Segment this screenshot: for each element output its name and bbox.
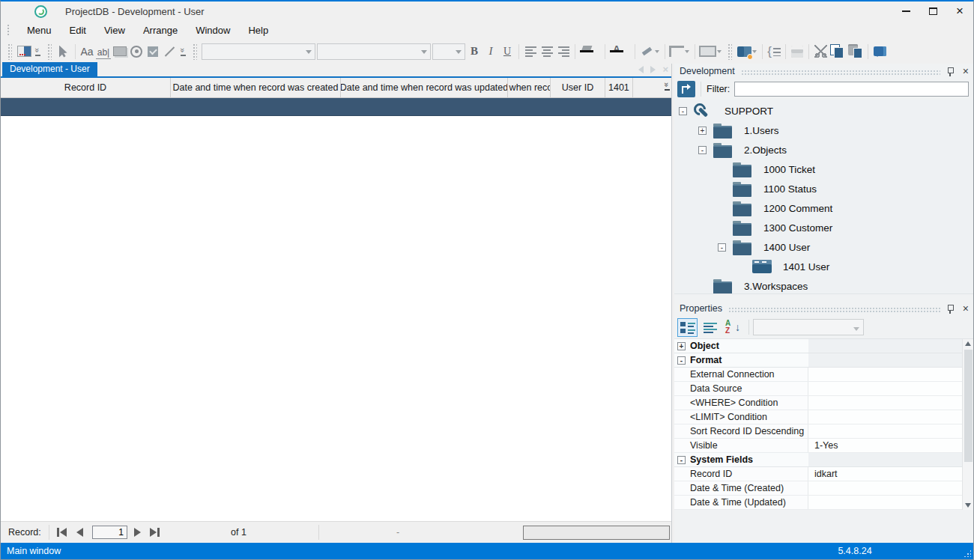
- categorized-view-button[interactable]: [677, 318, 698, 337]
- save-icon[interactable]: [790, 43, 805, 61]
- form-properties-icon[interactable]: [736, 43, 751, 61]
- pointer-tool-icon[interactable]: [56, 43, 71, 61]
- tree-item[interactable]: - 1400 User: [674, 237, 973, 257]
- toolbar-overflow-icon[interactable]: [33, 43, 43, 61]
- property-row[interactable]: Visible 1-Yes: [674, 439, 962, 453]
- toolbar-grip-handle[interactable]: [7, 43, 12, 60]
- property-row[interactable]: Date & Time (Created): [674, 481, 962, 496]
- menu-item[interactable]: Window: [187, 22, 239, 38]
- paste-icon[interactable]: [847, 43, 864, 61]
- align-right-icon[interactable]: [556, 43, 571, 61]
- tree-item[interactable]: 1100 Status: [674, 179, 973, 198]
- tree-expander[interactable]: +: [698, 127, 707, 135]
- fill-color-icon[interactable]: [579, 43, 594, 61]
- list-view-button[interactable]: [700, 318, 720, 337]
- grid-column-header[interactable]: Date and time when record was closed: [508, 78, 551, 97]
- outline-view-icon[interactable]: [766, 43, 781, 61]
- minimize-button[interactable]: [892, 1, 919, 21]
- align-left-icon[interactable]: [523, 43, 538, 61]
- tree-item[interactable]: 1000 Ticket: [674, 159, 973, 179]
- scroll-down-icon[interactable]: [965, 503, 971, 508]
- grid-overflow-icon[interactable]: [665, 81, 670, 91]
- tree-expander[interactable]: -: [679, 107, 687, 115]
- style-combo[interactable]: [202, 43, 315, 60]
- tab-close-icon[interactable]: ×: [662, 66, 668, 73]
- first-record-button[interactable]: [57, 528, 67, 537]
- font-size-combo[interactable]: [432, 43, 465, 60]
- menu-item[interactable]: Edit: [61, 22, 95, 38]
- font-color-icon[interactable]: A: [609, 43, 624, 61]
- next-record-button[interactable]: [134, 528, 141, 537]
- filter-input[interactable]: [734, 82, 969, 97]
- highlight-color-icon[interactable]: [639, 43, 654, 61]
- align-center-icon[interactable]: [539, 43, 554, 61]
- property-row[interactable]: <WHERE> Condition: [674, 396, 962, 410]
- italic-button[interactable]: I: [483, 43, 498, 61]
- toolbar-grip-handle[interactable]: [193, 43, 197, 60]
- sort-az-button[interactable]: ↓: [722, 318, 742, 337]
- property-value[interactable]: idkart: [808, 469, 962, 479]
- comment-icon[interactable]: [872, 43, 887, 61]
- property-row[interactable]: -System Fields: [674, 453, 962, 467]
- tab-scroll-left-icon[interactable]: [638, 66, 644, 73]
- shape-style-icon[interactable]: [699, 43, 716, 61]
- property-row[interactable]: Date & Time (Updated): [674, 496, 962, 510]
- resize-grip-icon[interactable]: [964, 550, 971, 557]
- menubar-grip-handle[interactable]: [7, 24, 10, 36]
- tree-item[interactable]: + 1.Users: [674, 121, 973, 140]
- radio-tool-icon[interactable]: [129, 43, 144, 61]
- property-row[interactable]: -Format: [674, 353, 962, 368]
- scroll-thumb[interactable]: [964, 350, 973, 462]
- pin-icon[interactable]: [946, 67, 954, 76]
- property-row[interactable]: Record ID idkart: [674, 467, 962, 481]
- copy-icon[interactable]: [829, 43, 846, 61]
- toolbar-grip-handle[interactable]: [47, 43, 52, 60]
- grid-column-header[interactable]: Date and time when record was created: [171, 78, 341, 97]
- close-button[interactable]: ×: [946, 1, 973, 21]
- pin-icon[interactable]: [946, 304, 954, 314]
- grid-column-header[interactable]: User ID: [551, 78, 605, 97]
- tree-item[interactable]: 1300 Customer: [674, 218, 973, 237]
- filter-apply-button[interactable]: [677, 81, 695, 97]
- selected-record-row[interactable]: [1, 98, 671, 116]
- form-canvas[interactable]: [1, 116, 671, 521]
- scroll-up-icon[interactable]: [965, 341, 971, 346]
- property-row[interactable]: +Object: [674, 339, 962, 353]
- bold-button[interactable]: B: [467, 43, 482, 61]
- tree-item[interactable]: 1401 User: [674, 257, 973, 276]
- tree-item[interactable]: 1200 Comment: [674, 198, 973, 218]
- tab-scroll-right-icon[interactable]: [650, 66, 656, 73]
- border-style-icon[interactable]: [669, 43, 684, 61]
- menu-item[interactable]: Arrange: [134, 22, 187, 38]
- font-combo[interactable]: [317, 43, 431, 60]
- underline-button[interactable]: U: [500, 43, 515, 61]
- grid-column-header[interactable]: 1401: [605, 78, 633, 97]
- menu-item[interactable]: Help: [239, 22, 277, 38]
- properties-search-combo[interactable]: [753, 319, 864, 335]
- property-row[interactable]: Data Source: [674, 382, 962, 396]
- tree-expander[interactable]: -: [698, 146, 707, 154]
- close-panel-icon[interactable]: ×: [963, 67, 969, 76]
- checkbox-tool-icon[interactable]: [145, 43, 160, 61]
- menu-item[interactable]: Menu: [18, 22, 61, 38]
- label-tool-icon[interactable]: Aa: [79, 43, 94, 61]
- new-object-icon[interactable]: [16, 43, 31, 61]
- toolbar-grip-handle[interactable]: [728, 43, 732, 60]
- textbox-tool-icon[interactable]: ab|: [96, 46, 111, 59]
- grid-column-header[interactable]: Record ID: [1, 78, 171, 97]
- tree-item[interactable]: - 2.Objects: [674, 140, 973, 159]
- category-expander[interactable]: -: [677, 456, 686, 464]
- tree-item[interactable]: 3.Workspaces: [674, 276, 973, 294]
- button-tool-icon[interactable]: [112, 43, 127, 61]
- property-row[interactable]: External Connection: [674, 368, 962, 382]
- tree-item[interactable]: - SUPPORT: [674, 101, 973, 121]
- last-record-button[interactable]: [150, 528, 160, 537]
- cut-icon[interactable]: [813, 43, 828, 61]
- line-tool-icon[interactable]: [162, 43, 177, 61]
- toolbar-overflow-icon[interactable]: [178, 43, 188, 61]
- grid-column-header[interactable]: Date and time when record was updated: [341, 78, 508, 97]
- maximize-button[interactable]: [919, 1, 946, 21]
- previous-record-button[interactable]: [76, 528, 83, 537]
- category-expander[interactable]: +: [677, 342, 686, 350]
- close-panel-icon[interactable]: ×: [963, 304, 969, 313]
